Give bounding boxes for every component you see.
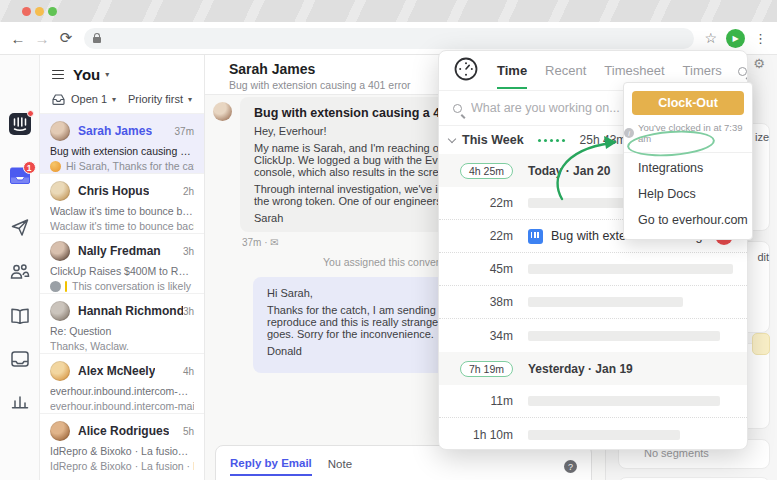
reply-author-avatar — [50, 161, 61, 172]
clocked-in-status: i You've clocked in at 7:39 am — [624, 122, 752, 144]
open-count: 1 — [101, 93, 107, 105]
app-sidebar: 1 — [0, 55, 40, 480]
intercom-task-icon — [528, 229, 543, 244]
edit-link-cut[interactable]: dit — [757, 251, 769, 263]
day-total-pill: 7h 19m — [460, 361, 513, 377]
day-label: Yesterday · Jan 19 — [528, 362, 633, 376]
inbox-count-badge: 1 — [23, 161, 36, 174]
day-label: Today · Jan 20 — [528, 164, 610, 178]
conversation-item[interactable]: Sarah James 37m Bug with extension causi… — [40, 113, 204, 173]
avatar — [50, 121, 70, 141]
minimize-window-button[interactable] — [35, 7, 44, 16]
sidebar-item-outbound[interactable] — [10, 218, 29, 237]
back-icon[interactable]: ← — [6, 30, 30, 47]
conversation-list: You ▾ Open 1 ▾ Priority first ▾ Sarah Ja… — [40, 55, 205, 480]
address-bar[interactable] — [84, 28, 694, 49]
help-icon[interactable]: ? — [564, 460, 577, 473]
menu-divider — [624, 152, 752, 153]
everhour-extension-icon[interactable]: ▶ — [726, 29, 745, 48]
bookmark-star-icon[interactable]: ☆ — [704, 30, 717, 46]
summarize-button-cut[interactable]: ize — [755, 131, 769, 143]
everhour-logo-icon — [453, 56, 479, 86]
conversation-item[interactable]: Nally Fredman 3h ClickUp Raises $400M to… — [40, 233, 204, 293]
week-total: 25h 43m — [580, 133, 627, 147]
info-icon: i — [624, 128, 634, 138]
customer-avatar — [213, 102, 232, 121]
tag-chip[interactable] — [752, 333, 770, 355]
sidebar-item-helpdesk[interactable] — [11, 351, 29, 367]
task-skeleton-bar — [528, 297, 683, 307]
sidebar-item-contacts[interactable] — [10, 263, 30, 280]
open-filter-caret-icon[interactable]: ▾ — [112, 95, 116, 104]
time-entry-row[interactable]: 45m — [439, 253, 747, 286]
conversation-item[interactable]: Chris Hopus 2h Waclaw it's time to bounc… — [40, 173, 204, 233]
time-entry-row[interactable]: 1h 10m — [439, 418, 747, 450]
inbox-caret-icon[interactable]: ▾ — [105, 70, 109, 79]
avatar — [50, 361, 70, 381]
browser-menu-icon[interactable]: ⋮ — [754, 31, 767, 46]
tab-note[interactable]: Note — [328, 458, 352, 475]
time-entry-row[interactable]: 34m — [439, 319, 747, 352]
conversation-item[interactable]: Hannah Richmonds 3h Re: Question Thanks,… — [40, 293, 204, 353]
week-activity-dots — [538, 139, 568, 142]
reload-icon[interactable]: ⟳ — [54, 29, 78, 47]
message-meta: 37m · ✉ — [242, 237, 279, 248]
reply-composer: Reply by Email Note ? Type # to add a ma… — [215, 445, 592, 480]
window-titlebar — [0, 0, 777, 22]
sidebar-item-articles[interactable] — [10, 308, 30, 324]
zoom-window-button[interactable] — [48, 7, 57, 16]
avatar — [50, 421, 70, 441]
lock-icon — [93, 37, 101, 43]
tab-recent[interactable]: Recent — [545, 52, 586, 89]
conversation-item[interactable]: Alex McNeely 4h everhour.inbound.interco… — [40, 353, 204, 413]
tab-time[interactable]: Time — [497, 52, 527, 89]
day-total-pill: 4h 25m — [460, 163, 513, 179]
envelope-icon: ✉ — [270, 237, 278, 248]
avatar — [50, 301, 70, 321]
hamburger-menu-icon[interactable] — [52, 67, 64, 81]
task-skeleton-bar — [528, 264, 733, 274]
week-label: This Week — [462, 133, 524, 147]
task-skeleton-bar — [528, 396, 720, 406]
sidebar-item-inbox[interactable]: 1 — [10, 167, 30, 185]
conversation-item[interactable]: Alice Rodrigues 5h IdRepro & Bixoko · La… — [40, 413, 204, 473]
avatar — [50, 181, 70, 201]
close-window-button[interactable] — [22, 7, 31, 16]
avatar — [50, 241, 70, 261]
search-icon — [453, 104, 462, 113]
note-marker — [65, 281, 67, 292]
notification-dot — [27, 110, 34, 117]
bot-icon — [50, 281, 61, 292]
menu-item-go-to-everhour[interactable]: Go to everhour.com — [624, 207, 752, 233]
sidebar-item-reports[interactable] — [11, 393, 29, 409]
search-icon[interactable] — [738, 62, 747, 80]
menu-item-integrations[interactable]: Integrations — [624, 155, 752, 181]
day-header-row: 7h 19m Yesterday · Jan 19 — [439, 352, 747, 385]
open-filter-icon — [52, 94, 65, 105]
time-entry-row[interactable]: 11m — [439, 385, 747, 418]
forward-icon[interactable]: → — [30, 30, 54, 47]
open-filter-label[interactable]: Open — [71, 93, 98, 105]
sort-label[interactable]: Priority first — [128, 93, 183, 105]
intercom-logo-icon[interactable] — [9, 113, 31, 135]
gear-icon[interactable]: ⚙ — [753, 56, 765, 71]
time-entry-row[interactable]: 38m — [439, 286, 747, 319]
browser-window: ← → ⟳ ☆ ▶ ⋮ 1 — [0, 0, 777, 480]
task-skeleton-bar — [528, 331, 720, 341]
task-skeleton-bar — [528, 430, 680, 440]
collapse-chevron-icon[interactable] — [448, 135, 456, 143]
tab-reply-by-email[interactable]: Reply by Email — [230, 457, 312, 476]
clock-out-button[interactable]: Clock-Out — [632, 91, 744, 115]
inbox-title[interactable]: You — [73, 66, 100, 83]
account-dropdown-menu: Clock-Out i You've clocked in at 7:39 am… — [623, 82, 753, 240]
menu-item-help-docs[interactable]: Help Docs — [624, 181, 752, 207]
sort-caret-icon[interactable]: ▾ — [188, 95, 192, 104]
